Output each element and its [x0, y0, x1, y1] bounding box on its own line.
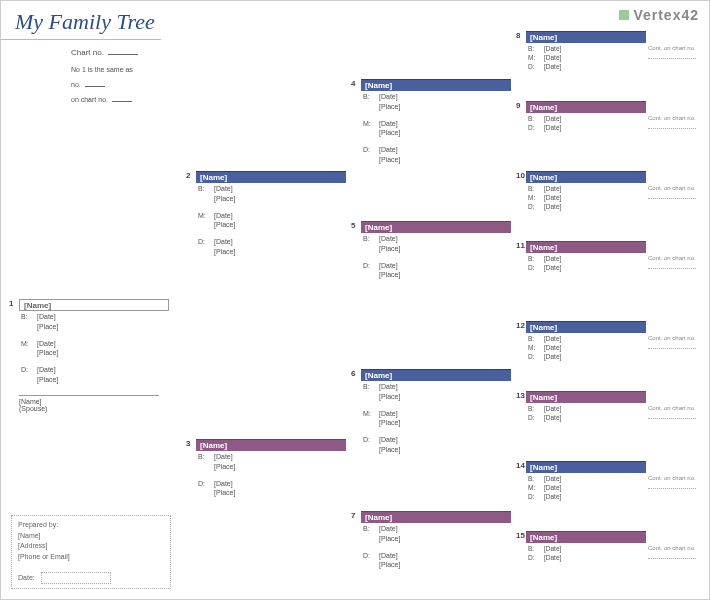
person-9: 9 [Name] B:[Date] D:[Date] Cont. on char… [526, 101, 646, 133]
person-15: 15 [Name] B:[Date] D:[Date] Cont. on cha… [526, 531, 646, 563]
cont-note[interactable]: Cont. on chart no. [648, 115, 696, 129]
person-4-num: 4 [351, 79, 355, 88]
person-5-num: 5 [351, 221, 355, 230]
person-6-num: 6 [351, 369, 355, 378]
person-14-num: 14 [516, 461, 525, 470]
meta-note-3: on chart no. [71, 94, 108, 105]
cont-note[interactable]: Cont. on chart no. [648, 475, 696, 489]
person-12: 12 [Name] B:[Date] M:[Date] D:[Date] Con… [526, 321, 646, 362]
person-10: 10 [Name] B:[Date] M:[Date] D:[Date] Con… [526, 171, 646, 212]
person-1-num: 1 [9, 299, 13, 308]
person-4-name[interactable]: [Name] [361, 79, 511, 91]
person-11: 11 [Name] B:[Date] D:[Date] Cont. on cha… [526, 241, 646, 273]
person-14-details: B:[Date] M:[Date] D:[Date] [526, 475, 646, 501]
person-15-details: B:[Date] D:[Date] [526, 545, 646, 562]
meta-note-2: no. [71, 79, 81, 90]
meta-note-1: No 1 is the same as [71, 64, 133, 75]
prepared-date-field[interactable] [41, 572, 111, 584]
person-10-details: B:[Date] M:[Date] D:[Date] [526, 185, 646, 211]
person-1-name[interactable]: [Name] [19, 299, 169, 311]
prepared-by-box: Prepared by: [Name] [Address] [Phone or … [11, 515, 171, 589]
meta-no-field[interactable] [85, 79, 105, 87]
cont-note[interactable]: Cont. on chart no. [648, 45, 696, 59]
person-9-name[interactable]: [Name] [526, 101, 646, 113]
spouse-name[interactable]: [Name] [19, 398, 159, 405]
chart-meta: Chart no. No 1 is the same as no. on cha… [71, 47, 138, 109]
chart-no-label: Chart no. [71, 47, 104, 60]
logo-icon [619, 10, 629, 20]
person-7: 7 [Name] B:[Date] [Place] D:[Date] [Plac… [361, 511, 521, 571]
prepared-address[interactable]: [Address] [18, 541, 164, 552]
person-11-name[interactable]: [Name] [526, 241, 646, 253]
person-11-num: 11 [516, 241, 525, 250]
person-11-details: B:[Date] D:[Date] [526, 255, 646, 272]
person-8: 8 [Name] B:[Date] M:[Date] D:[Date] Cont… [526, 31, 646, 72]
person-14-name[interactable]: [Name] [526, 461, 646, 473]
chart-no-field[interactable] [108, 47, 138, 55]
person-12-name[interactable]: [Name] [526, 321, 646, 333]
person-1-details: B:[Date] [Place] M:[Date] [Place] D:[Dat… [19, 313, 179, 385]
person-8-name[interactable]: [Name] [526, 31, 646, 43]
person-8-details: B:[Date] M:[Date] D:[Date] [526, 45, 646, 71]
person-10-name[interactable]: [Name] [526, 171, 646, 183]
meta-chart-field[interactable] [112, 94, 132, 102]
person-8-num: 8 [516, 31, 520, 40]
person-13-details: B:[Date] D:[Date] [526, 405, 646, 422]
person-2-num: 2 [186, 171, 190, 180]
person-15-num: 15 [516, 531, 525, 540]
cont-note[interactable]: Cont. on chart no. [648, 255, 696, 269]
person-6-details: B:[Date] [Place] M:[Date] [Place] D:[Dat… [361, 383, 521, 455]
spouse-block: [Name] (Spouse) [19, 395, 159, 412]
person-3-num: 3 [186, 439, 190, 448]
prepared-name[interactable]: [Name] [18, 531, 164, 542]
person-7-num: 7 [351, 511, 355, 520]
person-14: 14 [Name] B:[Date] M:[Date] D:[Date] Con… [526, 461, 646, 502]
prepared-phone[interactable]: [Phone or Email] [18, 552, 164, 563]
person-5: 5 [Name] B:[Date] [Place] D:[Date] [Plac… [361, 221, 521, 281]
cont-note[interactable]: Cont. on chart no. [648, 185, 696, 199]
page-title: My Family Tree [1, 1, 161, 40]
person-3-name[interactable]: [Name] [196, 439, 346, 451]
brand-logo: Vertex42 [619, 7, 699, 23]
person-10-num: 10 [516, 171, 525, 180]
prepared-title: Prepared by: [18, 520, 164, 531]
person-12-details: B:[Date] M:[Date] D:[Date] [526, 335, 646, 361]
person-2: 2 [Name] B:[Date] [Place] M:[Date] [Plac… [196, 171, 356, 258]
person-6-name[interactable]: [Name] [361, 369, 511, 381]
person-15-name[interactable]: [Name] [526, 531, 646, 543]
person-1: 1 [Name] B:[Date] [Place] M:[Date] [Plac… [19, 299, 179, 412]
person-9-num: 9 [516, 101, 520, 110]
person-4-details: B:[Date] [Place] M:[Date] [Place] D:[Dat… [361, 93, 521, 165]
person-5-name[interactable]: [Name] [361, 221, 511, 233]
cont-note[interactable]: Cont. on chart no. [648, 545, 696, 559]
person-4: 4 [Name] B:[Date] [Place] M:[Date] [Plac… [361, 79, 521, 166]
person-13-name[interactable]: [Name] [526, 391, 646, 403]
spouse-label: (Spouse) [19, 405, 159, 412]
person-7-name[interactable]: [Name] [361, 511, 511, 523]
person-7-details: B:[Date] [Place] D:[Date] [Place] [361, 525, 521, 570]
person-13: 13 [Name] B:[Date] D:[Date] Cont. on cha… [526, 391, 646, 423]
cont-note[interactable]: Cont. on chart no. [648, 405, 696, 419]
person-2-details: B:[Date] [Place] M:[Date] [Place] D:[Dat… [196, 185, 356, 257]
prepared-date-label: Date: [18, 573, 35, 584]
person-5-details: B:[Date] [Place] D:[Date] [Place] [361, 235, 521, 280]
person-6: 6 [Name] B:[Date] [Place] M:[Date] [Plac… [361, 369, 521, 456]
person-9-details: B:[Date] D:[Date] [526, 115, 646, 132]
person-12-num: 12 [516, 321, 525, 330]
person-13-num: 13 [516, 391, 525, 400]
person-3: 3 [Name] B:[Date] [Place] D:[Date] [Plac… [196, 439, 356, 499]
person-2-name[interactable]: [Name] [196, 171, 346, 183]
person-3-details: B:[Date] [Place] D:[Date] [Place] [196, 453, 356, 498]
logo-text: Vertex42 [633, 7, 699, 23]
cont-note[interactable]: Cont. on chart no. [648, 335, 696, 349]
